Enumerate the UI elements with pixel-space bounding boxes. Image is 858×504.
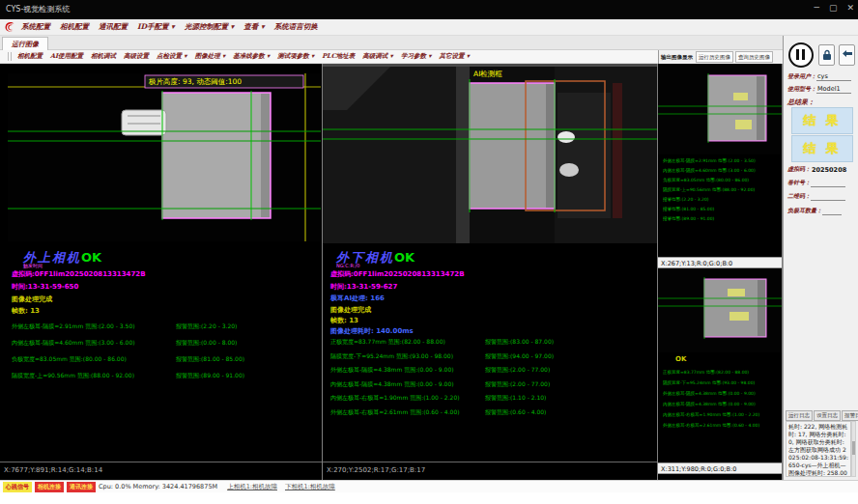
cursor-coords-lower: X:270;Y:2502;R:17;G:17;B:17	[327, 466, 425, 474]
mini-line: 内侧左极耳-隔膜=4.38mm 范围:(0.00 - 9.00)	[663, 399, 779, 409]
toolbar-item[interactable]: 高级调试 ▾	[362, 52, 393, 61]
height-overlay-label: 极片高度: 93, 动态阈值:100	[148, 77, 242, 86]
measurement-row: 正极宽度=83.77mm 范围:(82.00 - 88.00) 报警范围:(83…	[330, 338, 654, 347]
menu-item[interactable]: 通讯配置	[99, 22, 128, 32]
coords-strip-bottom: X:311;Y:980;R:0;G:0;B:0	[658, 462, 782, 474]
pause-button[interactable]	[788, 42, 814, 68]
menu-item[interactable]: ID手配置 ▾	[137, 22, 175, 32]
output-image-top[interactable]	[658, 64, 782, 154]
virtual-code-value: 20250208	[811, 166, 847, 174]
measurement-row: 外侧左极耳-隔膜=2.91mm 范围:(2.00 - 3.50) 报警范围:(2…	[12, 322, 316, 331]
toolbar-item[interactable]: 基准线参数 ▾	[233, 52, 270, 61]
lock-button[interactable]	[818, 44, 835, 66]
mini-line: 内侧左极耳-右极耳=1.90mm 范围:(1.00 - 2.20)	[663, 409, 779, 420]
menu-item[interactable]: 光源控制配置 ▾	[185, 22, 234, 32]
qr-code-input[interactable]	[811, 200, 845, 201]
model-field: 使用型号： Model1	[787, 85, 851, 94]
cursor-coords-top-view: X:267;Y:13;R:0;G:0;B:0	[661, 260, 732, 267]
log-tab[interactable]: 运行日志	[786, 410, 813, 421]
trigger-sub-label: 触发时间	[23, 263, 43, 268]
control-panel: 登录用户： cys 使用型号： Model1 总结果： 结 果 结 果 虚拟码：…	[783, 36, 858, 480]
camera-image-upper[interactable]: 极片高度: 93, 动态阈值:100	[8, 73, 321, 241]
measurement-row: 隔膜宽度-下=95.24mm 范围:(93.00 - 98.00) 报警范围:(…	[330, 352, 654, 361]
history-tab[interactable]: 运行历史图像	[696, 51, 733, 63]
window-title: CYS-视觉检测系统	[6, 4, 70, 14]
log-tab[interactable]: 设置日志	[814, 410, 841, 421]
mini-line: 外侧左极耳-右极耳=2.61mm 范围:(0.60 - 4.00)	[663, 420, 779, 431]
menu-item[interactable]: 系统配置	[21, 22, 50, 32]
toolbar-item[interactable]: 学习参数 ▾	[401, 52, 432, 61]
log-tabs: 运行日志设置日志报警日志	[786, 410, 858, 421]
result-box-2: 结 果	[791, 135, 853, 162]
measurement-row: 内侧左极耳-隔膜=4.38mm 范围:(0.00 - 9.00) 报警范围:(2…	[330, 380, 654, 389]
toolbar-items: 相机配置AI使用配置相机调试高级设置点检设置 ▾图像处理 ▾基准线参数 ▾测试项…	[17, 52, 477, 61]
status-ok: OK	[81, 250, 101, 265]
history-tabs: 运行历史图像查询历史图像	[696, 51, 775, 63]
output-image-bottom[interactable]	[658, 269, 782, 352]
needle-number-field: 卷针号：	[787, 179, 845, 187]
model-input[interactable]: Model1	[816, 85, 851, 94]
login-user-input[interactable]: cys	[816, 72, 851, 81]
menu-item[interactable]: 相机配置	[60, 22, 89, 32]
status-bar: 心跳信号 相机连接 通讯连接 Cpu: 0.0% Memory: 3424.41…	[0, 480, 858, 492]
history-tab[interactable]: 查询历史图像	[735, 51, 773, 63]
needle-number-input[interactable]	[811, 186, 845, 187]
heartbeat-badge: 心跳信号	[3, 482, 32, 492]
menu-item[interactable]: 系统语言切换	[274, 22, 318, 32]
toolbar-item[interactable]: 测试项参数 ▾	[277, 52, 314, 61]
panel-footer-upper: X:7677;Y:891;R:14;G:14;B:14	[0, 462, 322, 480]
output-views-column: 外侧左极耳-隔膜=2.91mm 范围:(2.00 - 3.50)内侧左极耳-隔膜…	[658, 64, 783, 480]
camera-image-lower[interactable]: AI检测框	[323, 64, 657, 243]
tool-bar: 相机配置AI使用配置相机调试高级设置点检设置 ▾图像处理 ▾基准线参数 ▾测试项…	[0, 50, 658, 64]
mini-line: 报警范围:(81.00 - 85.00)	[663, 205, 779, 214]
back-button[interactable]	[839, 44, 855, 66]
menu-item[interactable]: 查看 ▾	[243, 22, 264, 32]
mini-line: 外侧左极耳-隔膜=2.91mm 范围:(2.00 - 3.50)	[663, 156, 779, 166]
minimize-icon[interactable]: ─	[815, 3, 819, 13]
result-box-1: 结 果	[791, 107, 853, 134]
cpu-memory-status: Cpu: 0.0% Memory: 3424.41796875M	[99, 483, 217, 490]
toolbar-item[interactable]: 相机配置	[17, 52, 43, 61]
toolbar-item[interactable]: PLC地址表	[322, 52, 355, 61]
log-box: 耗时: 222, 网络检测耗时: 17, 网络分类耗时: 0, 网络获取分类耗时…	[786, 421, 851, 477]
bottom-filler	[0, 492, 858, 504]
log-scrollbar[interactable]	[851, 421, 856, 477]
mini-result-text-top: 外侧左极耳-隔膜=2.91mm 范围:(2.00 - 3.50)内侧左极耳-隔膜…	[663, 156, 779, 224]
login-user-field: 登录用户： cys	[787, 72, 851, 81]
toolbar-item[interactable]: 图像处理 ▾	[195, 52, 226, 61]
cursor-coords-upper: X:7677;Y:891;R:14;G:14;B:14	[4, 466, 102, 474]
log-scroll-thumb[interactable]	[852, 441, 855, 455]
process-time-line: 图像处理耗时: 140.00ms	[330, 326, 414, 336]
ng-sub-label: NG:C:R:/0	[336, 263, 359, 268]
virtual-code-field: 虚拟码： 20250208	[787, 165, 847, 174]
qr-code-field: 二维码：	[787, 192, 845, 201]
back-arrow-icon	[842, 50, 853, 60]
upper-camera-fault: 上相机1:相机故障	[227, 483, 277, 491]
tab-run-images[interactable]: 运行图像	[2, 37, 48, 50]
ai-process-line: 极耳AI处理: 166	[330, 294, 385, 303]
measurement-list-upper: 外侧左极耳-隔膜=2.91mm 范围:(2.00 - 3.50) 报警范围:(2…	[12, 322, 316, 388]
toolbar-item[interactable]: 其它设置 ▾	[439, 52, 470, 61]
app-window: CYS-视觉检测系统 ─ ▢ ✕ 系统配置相机配置通讯配置ID手配置 ▾光源控制…	[0, 0, 858, 504]
measurement-row: 外侧左极耳-隔膜=4.38mm 范围:(0.00 - 9.00) 报警范围:(2…	[330, 366, 654, 375]
toolbar-grip	[8, 52, 12, 61]
output-image-label: 输出图像显示	[661, 54, 693, 61]
comm-link-badge: 通讯连接	[67, 482, 96, 492]
total-result-label-row: 总结果：	[787, 98, 815, 107]
log-tab[interactable]: 报警日志	[842, 410, 858, 421]
toolbar-item[interactable]: 点检设置 ▾	[157, 52, 187, 61]
lower-camera-fault: 下相机1:相机故障	[285, 483, 335, 491]
neg-tab-count-input[interactable]	[822, 214, 842, 215]
close-icon[interactable]: ✕	[846, 3, 854, 13]
cursor-coords-bottom-view: X:311;Y:980;R:0;G:0;B:0	[661, 465, 736, 473]
time-line: 时间:13-31-59-627	[330, 282, 397, 292]
mini-result-text-bottom: 正极宽度=83.77mm 范围:(82.00 - 88.00)隔膜宽度-下=95…	[663, 367, 779, 431]
ai-box-label: AI检测框	[473, 70, 502, 78]
toolbar-item[interactable]: 高级设置	[124, 52, 149, 61]
mini-line: 内侧左极耳-隔膜=4.60mm 范围:(3.00 - 6.00)	[663, 166, 779, 176]
neg-tab-count-field: 负极耳数量：	[787, 207, 842, 215]
mini-line: 隔膜宽度-下=95.24mm 范围:(93.00 - 98.00)	[663, 378, 779, 388]
toolbar-item[interactable]: 相机调试	[91, 52, 116, 61]
toolbar-item[interactable]: AI使用配置	[50, 52, 83, 61]
maximize-icon[interactable]: ▢	[829, 3, 838, 13]
